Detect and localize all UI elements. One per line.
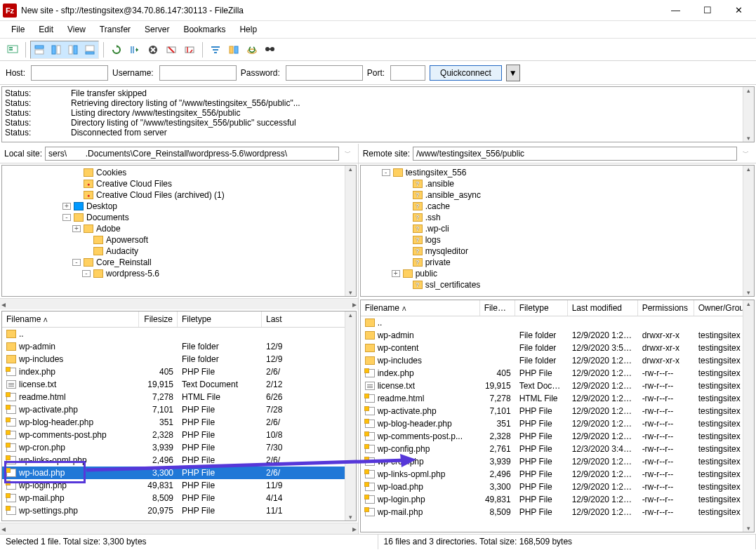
site-manager-icon[interactable] (4, 41, 21, 58)
message-log[interactable]: Status:File transfer skippedStatus:Retri… (1, 86, 755, 142)
list-item[interactable]: .. (2, 328, 356, 340)
col-filetype[interactable]: Filetype (178, 311, 262, 327)
col-modified[interactable]: Last (262, 311, 356, 327)
password-input[interactable] (286, 65, 363, 81)
tree-item[interactable]: Audacity (4, 246, 354, 257)
host-input[interactable] (31, 65, 108, 81)
tree-item[interactable]: .ansible (362, 178, 752, 189)
tree-item[interactable]: +Adobe (4, 223, 354, 234)
menu-server[interactable]: Server (138, 22, 176, 36)
tree-item[interactable]: .ssh (362, 212, 752, 223)
tree-item[interactable]: .wp-cli (362, 223, 752, 234)
col-filesize[interactable]: Filesize (139, 311, 178, 327)
list-item[interactable]: wp-links-opml.php2,496PHP File2/6/ (2, 454, 356, 467)
scrollbar-vertical[interactable] (743, 87, 754, 142)
tree-item[interactable]: Cookies (4, 167, 354, 178)
port-input[interactable] (390, 65, 425, 81)
menu-bookmarks[interactable]: Bookmarks (176, 22, 232, 36)
menu-edit[interactable]: Edit (32, 22, 60, 36)
scrollbar-vertical[interactable] (345, 166, 356, 296)
toggle-local-tree-icon[interactable] (48, 41, 65, 58)
minimize-button[interactable]: — (660, 1, 691, 20)
list-item[interactable]: wp-activate.php7,101PHP File12/9/2020 1:… (361, 405, 754, 417)
search-icon[interactable] (262, 41, 279, 58)
list-item[interactable]: wp-links-opml.php2,496PHP File12/9/2020 … (361, 468, 754, 481)
list-item[interactable]: wp-blog-header.php351PHP File12/9/2020 1… (361, 417, 754, 430)
quickconnect-dropdown[interactable]: ▼ (506, 65, 520, 81)
list-item[interactable]: index.php405PHP File12/9/2020 1:22:...-r… (361, 367, 754, 380)
list-item[interactable]: wp-adminFile folder12/9/2020 1:22:...drw… (361, 329, 754, 342)
list-item[interactable]: wp-config.php2,761PHP File12/3/2020 3:43… (361, 443, 754, 455)
list-item[interactable]: wp-settings.php20,975PHP File11/1 (2, 504, 356, 517)
col-filename[interactable]: Filenameᐱ (2, 311, 139, 327)
col-filesize[interactable]: Filesize (480, 300, 515, 316)
cancel-icon[interactable] (145, 41, 161, 58)
tree-item[interactable]: -Core_Reinstall (4, 257, 354, 268)
local-file-list[interactable]: Filenameᐱ Filesize Filetype Last ..wp-ad… (1, 311, 357, 521)
scrollbar-vertical[interactable] (743, 300, 754, 532)
list-item[interactable]: readme.html7,278HTML File6/26 (2, 391, 356, 403)
scrollbar-horizontal[interactable]: ◂▸ (0, 523, 358, 534)
list-item[interactable]: wp-activate.php7,101PHP File7/28 (2, 403, 356, 416)
process-queue-icon[interactable] (126, 41, 143, 58)
remote-tree[interactable]: -testingsitex_556.ansible.ansible_async.… (360, 165, 755, 297)
scrollbar-horizontal[interactable]: ◂▸ (0, 298, 358, 309)
list-item[interactable]: wp-load.php3,300PHP File2/6/ (2, 467, 356, 479)
sync-browsing-icon[interactable] (244, 41, 260, 58)
col-filename[interactable]: Filenameᐱ (361, 300, 480, 316)
list-item[interactable]: wp-cron.php3,939PHP File7/30 (2, 441, 356, 454)
tree-item[interactable]: ssl_certificates (362, 279, 752, 290)
menu-view[interactable]: View (60, 22, 93, 36)
tree-item[interactable]: Creative Cloud Files (archived) (1) (4, 189, 354, 201)
scrollbar-vertical[interactable] (345, 311, 356, 521)
tree-item[interactable]: mysqleditor (362, 246, 752, 257)
col-modified[interactable]: Last modified (568, 300, 638, 316)
reconnect-icon[interactable] (181, 41, 198, 58)
list-item[interactable]: wp-login.php49,831PHP File12/9/2020 1:22… (361, 493, 754, 506)
list-item[interactable]: readme.html7,278HTML File12/9/2020 1:22:… (361, 392, 754, 405)
local-site-input[interactable] (45, 147, 339, 161)
username-input[interactable] (159, 65, 237, 81)
menu-transfer[interactable]: Transfer (93, 22, 138, 36)
list-item[interactable]: wp-cron.php3,939PHP File12/9/2020 1:22:.… (361, 455, 754, 468)
list-item[interactable]: wp-contentFile folder12/9/2020 3:55:...d… (361, 342, 754, 354)
list-item[interactable]: wp-comments-post.php2,328PHP File10/8 (2, 429, 356, 441)
menu-help[interactable]: Help (232, 22, 264, 36)
tree-item[interactable]: logs (362, 234, 752, 246)
list-item[interactable]: license.txt19,915Text Docu...12/9/2020 1… (361, 380, 754, 392)
maximize-button[interactable]: ☐ (691, 1, 723, 20)
disconnect-icon[interactable] (163, 41, 180, 58)
tree-item[interactable]: Apowersoft (4, 234, 354, 246)
list-item[interactable]: wp-includesFile folder12/9/2020 1:23:...… (361, 354, 754, 367)
list-item[interactable]: license.txt19,915Text Document2/12 (2, 378, 356, 391)
remote-site-input[interactable] (413, 147, 737, 161)
tree-item[interactable]: private (362, 257, 752, 268)
tree-item[interactable]: +Desktop (4, 201, 354, 212)
list-item[interactable]: wp-mail.php8,509PHP File4/14 (2, 492, 356, 504)
list-item[interactable]: wp-comments-post.p...2,328PHP File12/9/2… (361, 430, 754, 443)
tree-item[interactable]: .cache (362, 201, 752, 212)
local-tree[interactable]: CookiesCreative Cloud FilesCreative Clou… (1, 165, 357, 297)
list-item[interactable]: wp-login.php49,831PHP File11/9 (2, 479, 356, 492)
col-filetype[interactable]: Filetype (515, 300, 568, 316)
list-item[interactable]: wp-load.php3,300PHP File12/9/2020 1:22:.… (361, 481, 754, 493)
quickconnect-button[interactable]: Quickconnect (430, 65, 502, 81)
filter-icon[interactable] (207, 41, 224, 58)
remote-site-dropdown[interactable]: ﹀ (740, 149, 752, 158)
list-item[interactable]: wp-blog-header.php351PHP File2/6/ (2, 416, 356, 429)
tree-item[interactable]: -wordpress-5.6 (4, 268, 354, 279)
scrollbar-vertical[interactable] (743, 166, 754, 296)
list-item[interactable]: wp-adminFile folder12/9 (2, 340, 356, 353)
tree-item[interactable]: .ansible_async (362, 189, 752, 201)
toggle-queue-icon[interactable] (81, 41, 98, 58)
list-item[interactable]: index.php405PHP File2/6/ (2, 365, 356, 378)
list-item[interactable]: wp-mail.php8,509PHP File12/9/2020 1:22:.… (361, 506, 754, 518)
refresh-icon[interactable] (108, 41, 125, 58)
tree-item[interactable]: -Documents (4, 212, 354, 223)
compare-icon[interactable] (225, 41, 242, 58)
col-permissions[interactable]: Permissions (638, 300, 694, 316)
close-button[interactable]: ✕ (723, 1, 755, 20)
list-item[interactable]: wp-includesFile folder12/9 (2, 353, 356, 365)
tree-item[interactable]: +public (362, 268, 752, 279)
toggle-log-icon[interactable] (31, 41, 48, 58)
